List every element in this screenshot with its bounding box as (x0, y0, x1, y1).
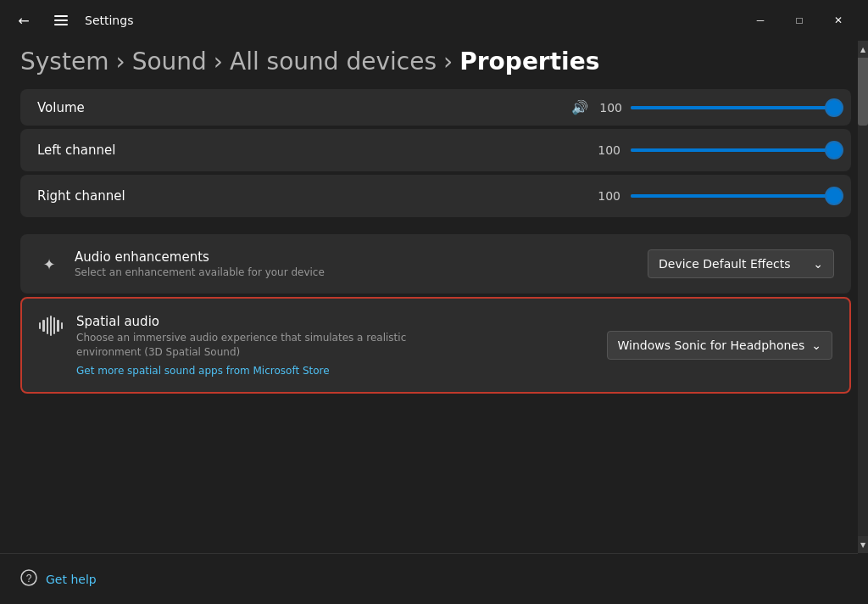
spatial-audio-card: Spatial audio Choose an immersive audio … (20, 297, 851, 394)
spatial-audio-left: Spatial audio Choose an immersive audio … (39, 314, 607, 377)
minimize-button[interactable]: ─ (741, 7, 780, 34)
back-button[interactable]: ← (10, 7, 37, 34)
menu-button[interactable] (47, 7, 75, 34)
spatial-audio-text: Spatial audio Choose an immersive audio … (76, 314, 458, 377)
right-channel-control: 100 (595, 189, 834, 203)
right-channel-slider[interactable] (631, 194, 834, 198)
scrollbar-down-button[interactable]: ▼ (858, 536, 868, 553)
spatial-audio-dropdown-label: Windows Sonic for Headphones (618, 338, 805, 352)
spatial-audio-dropdown[interactable]: Windows Sonic for Headphones ⌄ (607, 331, 832, 360)
audio-enhancements-dropdown-arrow: ⌄ (813, 257, 823, 271)
svg-text:?: ? (26, 573, 32, 584)
volume-icon: 🔊 (571, 99, 588, 115)
audio-enhancements-left: ✦ Audio enhancements Select an enhanceme… (37, 249, 325, 278)
breadcrumb-sep-1: › (115, 48, 125, 76)
window-controls: ─ □ ✕ (741, 7, 858, 34)
spatial-audio-dropdown-arrow: ⌄ (811, 338, 821, 352)
volume-value: 100 (597, 101, 622, 115)
breadcrumb-sound[interactable]: Sound (132, 48, 207, 76)
right-channel-value: 100 (595, 189, 620, 203)
audio-enhancements-title: Audio enhancements (75, 249, 325, 265)
app-title: Settings (85, 14, 731, 27)
breadcrumb-system[interactable]: System (20, 48, 108, 76)
volume-label: Volume (37, 100, 85, 115)
audio-enhancements-card: ✦ Audio enhancements Select an enhanceme… (20, 234, 851, 294)
left-channel-value: 100 (595, 143, 620, 157)
audio-enhancements-description: Select an enhancement available for your… (75, 266, 325, 278)
breadcrumb-all-sound-devices[interactable]: All sound devices (230, 48, 437, 76)
left-channel-label: Left channel (37, 143, 139, 158)
svg-rect-0 (54, 15, 68, 17)
left-channel-card: Left channel 100 (20, 129, 851, 171)
svg-rect-1 (54, 20, 68, 21)
get-help-link[interactable]: Get help (46, 573, 97, 586)
maximize-button[interactable]: □ (780, 7, 819, 34)
titlebar: ← Settings ─ □ ✕ (0, 0, 868, 41)
footer: ? Get help (0, 553, 858, 604)
right-channel-label: Right channel (37, 188, 139, 204)
volume-card: Volume 🔊 100 (20, 89, 851, 126)
breadcrumb-sep-2: › (214, 48, 223, 76)
audio-enhancements-dropdown[interactable]: Device Default Effects ⌄ (648, 249, 834, 278)
scrollbar-up-button[interactable]: ▲ (858, 41, 868, 58)
scrollbar-track (858, 41, 868, 553)
svg-rect-2 (54, 24, 68, 25)
left-channel-control: 100 (595, 143, 834, 157)
main-content: Volume 🔊 100 Left channel 100 Right chan… (0, 89, 868, 591)
audio-enhancements-dropdown-label: Device Default Effects (659, 257, 791, 271)
volume-control: 🔊 100 (571, 99, 834, 115)
breadcrumb-properties: Properties (459, 48, 599, 76)
spatial-audio-icon (39, 316, 63, 336)
breadcrumb-sep-3: › (443, 48, 453, 76)
close-button[interactable]: ✕ (819, 7, 858, 34)
volume-slider[interactable] (631, 106, 834, 109)
scroll-up-arrow: ▲ (860, 46, 865, 53)
right-channel-card: Right channel 100 (20, 175, 851, 217)
scroll-down-arrow: ▼ (860, 541, 865, 549)
spatial-audio-link[interactable]: Get more spatial sound apps from Microso… (76, 365, 458, 377)
left-channel-slider[interactable] (631, 148, 834, 152)
spatial-audio-title: Spatial audio (76, 314, 458, 329)
audio-enhancements-text: Audio enhancements Select an enhancement… (75, 249, 325, 278)
help-icon: ? (20, 569, 37, 590)
audio-enhancements-icon: ✦ (37, 255, 61, 273)
breadcrumb: System › Sound › All sound devices › Pro… (0, 41, 868, 89)
spatial-audio-description: Choose an immersive audio experience tha… (76, 331, 458, 360)
